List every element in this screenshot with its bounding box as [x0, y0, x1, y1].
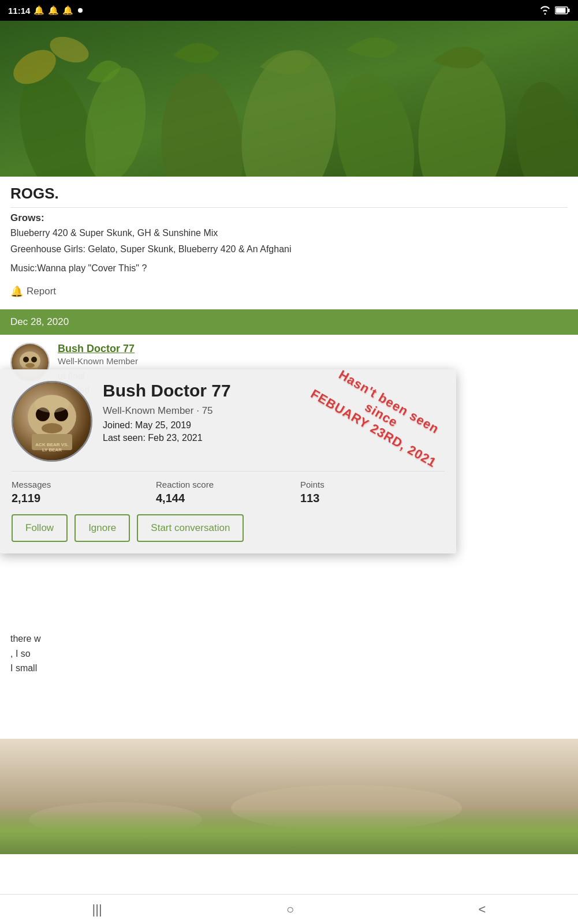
- wifi-icon: [539, 6, 551, 15]
- nav-bar: ||| ○ <: [0, 894, 578, 924]
- svg-rect-1: [556, 8, 566, 13]
- svg-point-15: [23, 357, 29, 362]
- post-text-more: there w, I soI small: [10, 631, 568, 676]
- svg-point-29: [35, 395, 69, 413]
- post-member-info: Well-Known Member: [58, 356, 568, 366]
- status-bar-right: [539, 6, 570, 15]
- report-link[interactable]: Report: [27, 286, 56, 297]
- post-below: there w, I soI small: [0, 623, 578, 739]
- stat-messages: Messages 2,119: [12, 480, 156, 505]
- notification-bell-2: 🔔: [48, 5, 59, 16]
- profile-section: ROGS. Grows: Blueberry 420 & Super Skunk…: [0, 177, 578, 309]
- svg-point-16: [31, 357, 37, 362]
- report-section[interactable]: 🔔 Report: [10, 285, 568, 304]
- start-conversation-button[interactable]: Start conversation: [137, 514, 244, 542]
- grows-line1: Blueberry 420 & Super Skunk, GH & Sunshi…: [10, 226, 568, 240]
- date-text: Dec 28, 2020: [10, 316, 69, 327]
- svg-point-31: [29, 802, 202, 837]
- notification-bell-3: 🔔: [62, 5, 73, 16]
- stat-points: Points 113: [300, 480, 445, 505]
- stat-messages-value: 2,119: [12, 492, 156, 505]
- post-area: Bush Doctor 77 Well-Known Member ut fina…: [0, 335, 578, 623]
- skull-label: ACK BEAR VS.LY BEAR: [35, 442, 68, 453]
- hero-image: [0, 21, 578, 177]
- stats-row: Messages 2,119 Reaction score 4,144 Poin…: [12, 471, 445, 505]
- post-username-link[interactable]: Bush Doctor 77: [58, 343, 135, 354]
- music-text: Music:Wanna play "Cover This" ?: [10, 263, 568, 274]
- follow-button[interactable]: Follow: [12, 514, 68, 542]
- grows-line2: Greenhouse Girls: Gelato, Super Skunk, B…: [10, 242, 568, 256]
- action-buttons: Follow Ignore Start conversation: [12, 514, 445, 542]
- user-popup-card: ACK BEAR VS.LY BEAR Bush Doctor 77 Well-…: [0, 369, 456, 553]
- svg-point-33: [231, 785, 462, 831]
- stat-points-label: Points: [300, 480, 445, 489]
- nav-back-icon[interactable]: <: [479, 902, 486, 917]
- bottom-image: [0, 739, 578, 854]
- battery-icon: [555, 6, 570, 14]
- svg-rect-32: [0, 831, 578, 854]
- time-display: 11:14: [8, 6, 30, 16]
- stat-reaction-label: Reaction score: [156, 480, 300, 489]
- status-bar: 11:14 🔔 🔔 🔔: [0, 0, 578, 21]
- status-dot: [78, 8, 83, 13]
- grows-label: Grows:: [10, 212, 568, 224]
- date-banner: Dec 28, 2020: [0, 309, 578, 335]
- status-bar-left: 11:14 🔔 🔔 🔔: [8, 5, 83, 16]
- report-bell-icon: 🔔: [10, 285, 23, 298]
- stat-points-value: 113: [300, 492, 445, 505]
- stat-messages-label: Messages: [12, 480, 156, 489]
- divider-1: [10, 207, 568, 208]
- avatar-large[interactable]: ACK BEAR VS.LY BEAR: [12, 381, 92, 462]
- nav-menu-icon[interactable]: |||: [92, 902, 102, 917]
- avatar-skull-large: ACK BEAR VS.LY BEAR: [13, 383, 91, 460]
- nav-home-icon[interactable]: ○: [286, 902, 294, 917]
- notification-bell-1: 🔔: [33, 5, 44, 16]
- svg-point-17: [25, 363, 35, 368]
- stat-reaction-value: 4,144: [156, 492, 300, 505]
- bottom-image-svg: [0, 739, 578, 854]
- hero-plants-svg: [0, 21, 578, 177]
- ignore-button[interactable]: Ignore: [74, 514, 130, 542]
- profile-name: ROGS.: [10, 185, 568, 203]
- svg-rect-2: [568, 9, 570, 12]
- stat-reaction: Reaction score 4,144: [156, 480, 300, 505]
- svg-point-25: [42, 423, 62, 433]
- popup-header: ACK BEAR VS.LY BEAR Bush Doctor 77 Well-…: [12, 381, 445, 462]
